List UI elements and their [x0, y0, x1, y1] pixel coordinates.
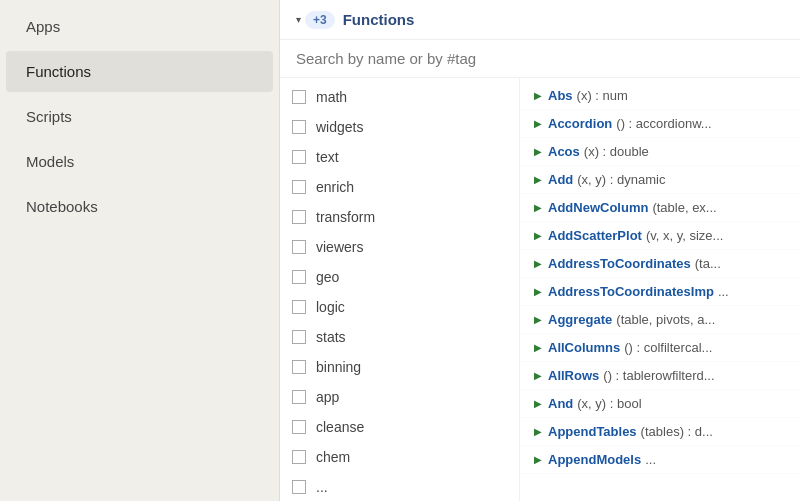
function-row[interactable]: ▶Aggregate(table, pivots, a...: [520, 306, 800, 334]
function-row[interactable]: ▶Accordion() : accordionw...: [520, 110, 800, 138]
category-row[interactable]: stats: [280, 322, 519, 352]
function-row[interactable]: ▶AllRows() : tablerowfilterd...: [520, 362, 800, 390]
function-signature: () : colfiltercal...: [624, 340, 712, 355]
sidebar-item-apps[interactable]: Apps: [6, 6, 273, 47]
function-name: AppendModels: [548, 452, 641, 467]
category-label: stats: [316, 329, 346, 345]
badge: +3: [305, 11, 335, 29]
category-checkbox[interactable]: [292, 360, 306, 374]
function-row[interactable]: ▶AddNewColumn(table, ex...: [520, 194, 800, 222]
category-checkbox[interactable]: [292, 330, 306, 344]
play-icon: ▶: [534, 314, 542, 325]
function-name: AddressToCoordinatesImp: [548, 284, 714, 299]
category-checkbox[interactable]: [292, 480, 306, 494]
category-checkbox[interactable]: [292, 270, 306, 284]
function-signature: () : accordionw...: [616, 116, 711, 131]
category-label: ...: [316, 479, 328, 495]
function-row[interactable]: ▶AddressToCoordinates(ta...: [520, 250, 800, 278]
function-name: And: [548, 396, 573, 411]
function-row[interactable]: ▶AppendModels...: [520, 446, 800, 474]
play-icon: ▶: [534, 146, 542, 157]
function-row[interactable]: ▶Acos(x) : double: [520, 138, 800, 166]
function-row[interactable]: ▶AddressToCoordinatesImp...: [520, 278, 800, 306]
function-name: AllRows: [548, 368, 599, 383]
function-signature: (x, y) : bool: [577, 396, 641, 411]
category-row[interactable]: cleanse: [280, 412, 519, 442]
category-row[interactable]: binning: [280, 352, 519, 382]
category-label: cleanse: [316, 419, 364, 435]
category-checkbox[interactable]: [292, 90, 306, 104]
content-panel: mathwidgetstextenrichtransformviewersgeo…: [280, 78, 800, 501]
play-icon: ▶: [534, 258, 542, 269]
category-label: text: [316, 149, 339, 165]
category-checkbox[interactable]: [292, 240, 306, 254]
category-checkbox[interactable]: [292, 390, 306, 404]
play-icon: ▶: [534, 286, 542, 297]
category-row[interactable]: enrich: [280, 172, 519, 202]
category-label: chem: [316, 449, 350, 465]
category-checkbox[interactable]: [292, 300, 306, 314]
search-area: [280, 40, 800, 78]
function-signature: () : tablerowfilterd...: [603, 368, 714, 383]
function-signature: (v, x, y, size...: [646, 228, 724, 243]
sidebar-item-notebooks[interactable]: Notebooks: [6, 186, 273, 227]
category-row[interactable]: text: [280, 142, 519, 172]
sidebar: AppsFunctionsScriptsModelsNotebooks: [0, 0, 280, 501]
function-signature: (x, y) : dynamic: [577, 172, 665, 187]
play-icon: ▶: [534, 454, 542, 465]
category-label: enrich: [316, 179, 354, 195]
category-row[interactable]: logic: [280, 292, 519, 322]
sidebar-item-functions[interactable]: Functions: [6, 51, 273, 92]
function-row[interactable]: ▶AppendTables(tables) : d...: [520, 418, 800, 446]
category-checkbox[interactable]: [292, 210, 306, 224]
category-checkbox[interactable]: [292, 180, 306, 194]
functions-list: ▶Abs(x) : num▶Accordion() : accordionw..…: [520, 78, 800, 501]
category-label: binning: [316, 359, 361, 375]
category-label: app: [316, 389, 339, 405]
function-name: AddressToCoordinates: [548, 256, 691, 271]
category-row[interactable]: transform: [280, 202, 519, 232]
play-icon: ▶: [534, 426, 542, 437]
function-row[interactable]: ▶AllColumns() : colfiltercal...: [520, 334, 800, 362]
category-row[interactable]: math: [280, 82, 519, 112]
function-signature: (table, pivots, a...: [616, 312, 715, 327]
function-name: AppendTables: [548, 424, 637, 439]
category-row[interactable]: widgets: [280, 112, 519, 142]
function-row[interactable]: ▶Add(x, y) : dynamic: [520, 166, 800, 194]
play-icon: ▶: [534, 174, 542, 185]
function-row[interactable]: ▶Abs(x) : num: [520, 82, 800, 110]
function-row[interactable]: ▶AddScatterPlot(v, x, y, size...: [520, 222, 800, 250]
category-row[interactable]: chem: [280, 442, 519, 472]
function-signature: ...: [718, 284, 729, 299]
category-checkbox[interactable]: [292, 150, 306, 164]
function-name: Abs: [548, 88, 573, 103]
function-name: AddScatterPlot: [548, 228, 642, 243]
category-row[interactable]: app: [280, 382, 519, 412]
function-name: Aggregate: [548, 312, 612, 327]
function-signature: (tables) : d...: [641, 424, 713, 439]
play-icon: ▶: [534, 398, 542, 409]
category-label: transform: [316, 209, 375, 225]
search-input[interactable]: [296, 50, 784, 67]
category-row[interactable]: viewers: [280, 232, 519, 262]
category-row[interactable]: ...: [280, 472, 519, 501]
category-checkbox[interactable]: [292, 120, 306, 134]
categories-panel: mathwidgetstextenrichtransformviewersgeo…: [280, 78, 520, 501]
category-row[interactable]: geo: [280, 262, 519, 292]
function-signature: (table, ex...: [652, 200, 716, 215]
expand-arrow-icon[interactable]: ▾: [296, 14, 301, 25]
category-label: widgets: [316, 119, 363, 135]
play-icon: ▶: [534, 202, 542, 213]
function-name: Accordion: [548, 116, 612, 131]
play-icon: ▶: [534, 370, 542, 381]
category-checkbox[interactable]: [292, 450, 306, 464]
category-label: geo: [316, 269, 339, 285]
sidebar-item-scripts[interactable]: Scripts: [6, 96, 273, 137]
category-checkbox[interactable]: [292, 420, 306, 434]
function-signature: (x) : num: [577, 88, 628, 103]
sidebar-item-models[interactable]: Models: [6, 141, 273, 182]
play-icon: ▶: [534, 90, 542, 101]
category-label: logic: [316, 299, 345, 315]
function-name: Add: [548, 172, 573, 187]
function-row[interactable]: ▶And(x, y) : bool: [520, 390, 800, 418]
